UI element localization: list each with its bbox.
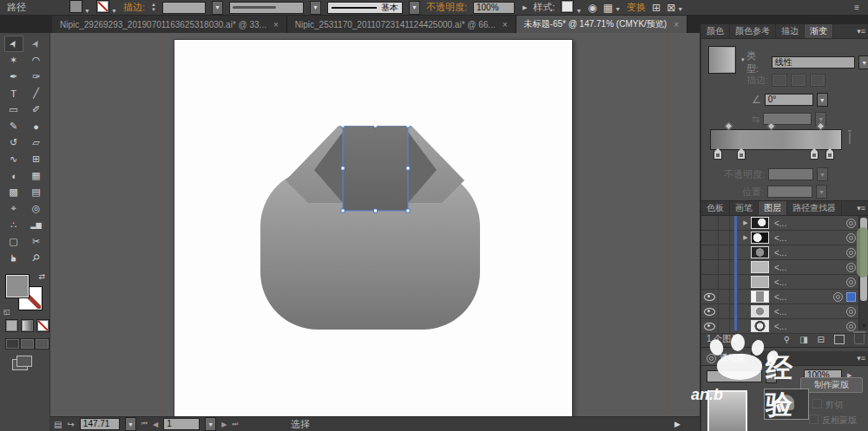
screen-mode-icon[interactable] [12, 359, 28, 370]
control-bar-menu-icon[interactable]: ≡ [854, 3, 859, 12]
artwork[interactable] [260, 126, 480, 330]
zoom-tool[interactable]: ⚲ [27, 250, 46, 266]
lock-cell[interactable] [719, 290, 730, 304]
align-icon[interactable]: ⊞ [652, 2, 661, 14]
checkbox-icon[interactable] [812, 399, 822, 408]
layer-name[interactable]: <... [774, 263, 786, 272]
stroke-color-control[interactable]: ▼ [96, 0, 117, 15]
zoom-dropdown[interactable]: ▼ [125, 417, 136, 431]
none-mode-button[interactable] [36, 319, 49, 332]
panel-menu-icon[interactable]: ▾≡ [852, 351, 868, 365]
lock-cell[interactable] [719, 319, 730, 333]
draw-inside-button[interactable] [35, 338, 49, 349]
transform-label[interactable]: 变换 [627, 1, 646, 14]
artboard-number-field[interactable] [163, 418, 200, 430]
layer-row-5[interactable]: <... [701, 275, 868, 290]
gradient-slider[interactable] [710, 129, 842, 150]
perspective-grid-tool[interactable]: ▦ [27, 167, 46, 184]
eye-icon[interactable] [704, 323, 715, 330]
new-layer-icon[interactable] [834, 335, 845, 344]
layer-row-7[interactable]: <... [701, 304, 868, 319]
layers-scrollbar[interactable]: ▼ [858, 216, 868, 330]
column-graph-tool[interactable]: ▂▆ [27, 217, 46, 233]
rotate-tool[interactable]: ↺ [4, 134, 23, 151]
layer-name[interactable]: <... [774, 322, 786, 331]
opacity-label[interactable]: 不透明度: [426, 1, 467, 14]
fill-stroke-indicator[interactable]: ⇄ ◱ [5, 274, 43, 312]
tab-stroke[interactable]: 描边 [776, 24, 805, 38]
pen-tool[interactable]: ✒ [4, 69, 23, 85]
artboard-tool[interactable]: ▢ [4, 233, 23, 250]
line-segment-tool[interactable]: ╱ [27, 85, 46, 101]
visibility-cell[interactable] [701, 304, 719, 318]
artboard-dropdown[interactable]: ▼ [205, 417, 216, 431]
target-icon[interactable] [846, 248, 856, 258]
last-artboard-icon[interactable]: ⏭ [232, 420, 238, 428]
magic-wand-tool[interactable]: ✶ [4, 52, 23, 69]
delete-layer-icon[interactable] [854, 334, 865, 344]
tab-pathfinder[interactable]: 路径查找器 [787, 201, 842, 215]
close-icon[interactable]: × [273, 20, 279, 29]
tab-color[interactable]: 颜色 [701, 24, 730, 38]
free-transform-tool[interactable]: ⊞ [27, 151, 46, 167]
close-icon[interactable]: × [503, 20, 508, 29]
stroke-label[interactable]: 描边: [123, 1, 145, 14]
rectangle-tool[interactable]: ▭ [4, 101, 23, 118]
gradient-swatch-control[interactable]: ▾ [708, 46, 745, 74]
visibility-cell[interactable] [701, 231, 719, 245]
layer-name[interactable]: <... [774, 248, 786, 258]
layer-name[interactable]: <... [774, 219, 786, 228]
visibility-cell[interactable] [701, 275, 719, 289]
gradient-midpoint[interactable] [724, 122, 733, 131]
panel-menu-icon[interactable]: ▾≡ [852, 24, 868, 38]
gradient-angle-field[interactable]: 0° [765, 94, 813, 106]
blend-mode-field[interactable] [707, 370, 762, 382]
layer-row-6-selected[interactable]: <... [701, 290, 868, 304]
stroke-width-stepper[interactable]: ▲▼ [151, 3, 156, 12]
lock-cell[interactable] [719, 245, 730, 259]
make-mask-button[interactable]: 制作蒙版 [800, 377, 863, 393]
canvas-area[interactable] [49, 33, 700, 416]
document-tab-1[interactable]: Nipic_29269293_20190701163625318030.ai* … [52, 16, 287, 33]
layer-name[interactable]: <... [774, 292, 786, 302]
layer-row-8[interactable]: <... [701, 319, 868, 334]
distribute-icon[interactable]: ⊠▼ [667, 2, 683, 14]
panel-toggle-icon[interactable]: ▤ [54, 420, 62, 429]
expand-icon[interactable]: ▶ [740, 234, 751, 241]
layer-row-1[interactable]: ▶ <... [701, 216, 868, 231]
fill-indicator[interactable] [5, 274, 30, 298]
visibility-cell[interactable] [701, 260, 719, 274]
gradient-type-field[interactable]: 线性 [772, 56, 856, 69]
lock-cell[interactable] [719, 216, 730, 230]
clip-checkbox[interactable]: 剪切 [812, 399, 843, 411]
tab-swatches[interactable]: 色板 [701, 201, 730, 215]
blend-tool[interactable]: ◎ [27, 200, 46, 217]
expand-icon[interactable]: ▶ [740, 219, 751, 226]
swap-fill-stroke-icon[interactable]: ⇄ [38, 272, 45, 281]
curvature-tool[interactable]: ✑ [27, 69, 46, 85]
scale-tool[interactable]: ▱ [27, 134, 46, 151]
direct-selection-tool[interactable]: ➤ [27, 36, 46, 52]
gradient-angle-dropdown[interactable]: ▼ [817, 93, 828, 107]
mask-thumbnail[interactable] [764, 389, 809, 420]
draw-normal-button[interactable] [5, 338, 20, 349]
lock-cell[interactable] [719, 231, 730, 245]
stroke-within-icon[interactable] [772, 74, 787, 87]
layer-name[interactable]: <... [774, 307, 786, 317]
object-thumbnail[interactable] [707, 390, 747, 431]
visibility-cell[interactable] [701, 216, 719, 230]
lock-cell[interactable] [719, 304, 730, 318]
layer-row-4[interactable]: <... [701, 260, 868, 275]
layer-row-3[interactable]: <... [701, 245, 868, 260]
gradient-tool[interactable]: ▤ [27, 184, 46, 200]
target-icon[interactable] [846, 219, 856, 228]
target-icon[interactable] [846, 263, 856, 272]
gradient-stop[interactable] [810, 151, 819, 160]
panel-menu-icon[interactable]: ▾≡ [852, 201, 868, 215]
opacity-field[interactable] [473, 2, 515, 14]
tab-gradient[interactable]: 渐变 [805, 24, 833, 38]
prev-artboard-icon[interactable]: ◀ [153, 421, 158, 428]
width-profile-field[interactable] [229, 2, 304, 14]
blend-mode-dropdown[interactable]: ▼ [766, 369, 777, 383]
first-artboard-icon[interactable]: ⏮ [141, 420, 148, 428]
